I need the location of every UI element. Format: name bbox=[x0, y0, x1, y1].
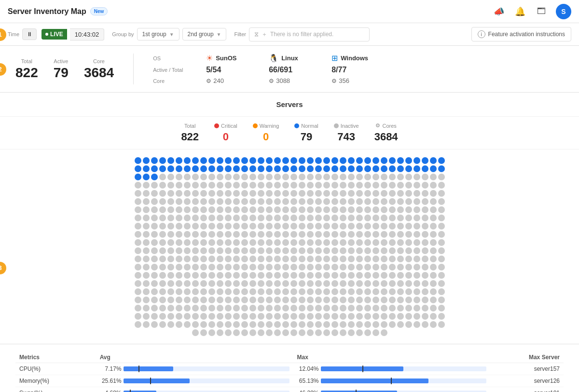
server-dot[interactable] bbox=[405, 297, 412, 303]
server-dot[interactable] bbox=[290, 280, 297, 287]
server-dot[interactable] bbox=[233, 288, 240, 295]
server-dot[interactable] bbox=[176, 264, 182, 270]
server-dot[interactable] bbox=[192, 165, 199, 172]
server-dot[interactable] bbox=[438, 256, 445, 262]
megaphone-icon[interactable]: 📣 bbox=[492, 5, 506, 18]
server-dot[interactable] bbox=[167, 190, 174, 197]
server-dot[interactable] bbox=[249, 223, 256, 230]
server-dot[interactable] bbox=[159, 288, 166, 295]
server-dot[interactable] bbox=[282, 313, 289, 320]
server-dot[interactable] bbox=[299, 256, 305, 262]
server-dot[interactable] bbox=[258, 305, 264, 311]
server-dot[interactable] bbox=[151, 297, 158, 303]
server-dot[interactable] bbox=[266, 247, 273, 254]
server-dot[interactable] bbox=[356, 321, 363, 328]
server-dot[interactable] bbox=[381, 321, 387, 328]
server-dot[interactable] bbox=[331, 313, 338, 320]
server-dot[interactable] bbox=[258, 280, 264, 287]
server-dot[interactable] bbox=[307, 305, 314, 311]
server-dot[interactable] bbox=[176, 182, 182, 189]
server-dot[interactable] bbox=[208, 256, 215, 262]
server-dot[interactable] bbox=[151, 190, 158, 197]
server-dot[interactable] bbox=[266, 264, 273, 270]
server-dot[interactable] bbox=[331, 198, 338, 205]
server-dot[interactable] bbox=[208, 272, 215, 279]
bell-icon[interactable]: 🔔 bbox=[513, 5, 527, 18]
server-dot[interactable] bbox=[184, 288, 191, 295]
server-dot[interactable] bbox=[282, 297, 289, 303]
server-dot[interactable] bbox=[397, 190, 404, 197]
server-dot[interactable] bbox=[414, 313, 420, 320]
server-dot[interactable] bbox=[208, 297, 215, 303]
server-dot[interactable] bbox=[151, 157, 158, 164]
server-dot[interactable] bbox=[167, 305, 174, 311]
server-dot[interactable] bbox=[249, 190, 256, 197]
server-dot[interactable] bbox=[372, 239, 379, 246]
pause-button[interactable]: ⏸ bbox=[22, 28, 37, 40]
server-dot[interactable] bbox=[176, 174, 182, 180]
server-dot[interactable] bbox=[348, 280, 355, 287]
server-dot[interactable] bbox=[414, 305, 420, 311]
server-dot[interactable] bbox=[135, 182, 141, 189]
server-dot[interactable] bbox=[167, 288, 174, 295]
server-dot[interactable] bbox=[331, 239, 338, 246]
server-dot[interactable] bbox=[151, 305, 158, 311]
server-dot[interactable] bbox=[241, 206, 248, 213]
server-dot[interactable] bbox=[217, 190, 223, 197]
server-dot[interactable] bbox=[184, 215, 191, 221]
server-dot[interactable] bbox=[192, 223, 199, 230]
server-dot[interactable] bbox=[348, 305, 355, 311]
server-dot[interactable] bbox=[143, 305, 150, 311]
server-dot[interactable] bbox=[200, 297, 207, 303]
server-dot[interactable] bbox=[430, 264, 437, 270]
server-dot[interactable] bbox=[249, 313, 256, 320]
server-dot[interactable] bbox=[315, 157, 322, 164]
server-dot[interactable] bbox=[143, 174, 150, 180]
server-dot[interactable] bbox=[184, 321, 191, 328]
server-dot[interactable] bbox=[405, 165, 412, 172]
server-dot[interactable] bbox=[364, 247, 371, 254]
server-dot[interactable] bbox=[233, 264, 240, 270]
server-dot[interactable] bbox=[200, 157, 207, 164]
server-dot[interactable] bbox=[135, 272, 141, 279]
server-dot[interactable] bbox=[200, 313, 207, 320]
server-dot[interactable] bbox=[176, 223, 182, 230]
server-dot[interactable] bbox=[430, 206, 437, 213]
server-dot[interactable] bbox=[135, 198, 141, 205]
server-dot[interactable] bbox=[315, 182, 322, 189]
server-dot[interactable] bbox=[389, 157, 396, 164]
server-dot[interactable] bbox=[217, 215, 223, 221]
server-dot[interactable] bbox=[356, 231, 363, 238]
server-dot[interactable] bbox=[184, 174, 191, 180]
server-dot[interactable] bbox=[217, 305, 223, 311]
server-dot[interactable] bbox=[307, 313, 314, 320]
server-dot[interactable] bbox=[340, 198, 346, 205]
server-dot[interactable] bbox=[290, 264, 297, 270]
server-dot[interactable] bbox=[430, 157, 437, 164]
server-dot[interactable] bbox=[315, 256, 322, 262]
server-dot[interactable] bbox=[192, 313, 199, 320]
server-dot[interactable] bbox=[340, 165, 346, 172]
server-dot[interactable] bbox=[151, 264, 158, 270]
server-dot[interactable] bbox=[438, 272, 445, 279]
server-dot[interactable] bbox=[414, 288, 420, 295]
server-dot[interactable] bbox=[233, 256, 240, 262]
server-dot[interactable] bbox=[356, 182, 363, 189]
server-dot[interactable] bbox=[200, 206, 207, 213]
server-dot[interactable] bbox=[372, 247, 379, 254]
server-dot[interactable] bbox=[159, 215, 166, 221]
server-dot[interactable] bbox=[159, 256, 166, 262]
server-dot[interactable] bbox=[274, 329, 281, 336]
server-dot[interactable] bbox=[233, 272, 240, 279]
server-dot[interactable] bbox=[151, 321, 158, 328]
server-dot[interactable] bbox=[266, 313, 273, 320]
server-dot[interactable] bbox=[397, 182, 404, 189]
server-dot[interactable] bbox=[135, 264, 141, 270]
server-dot[interactable] bbox=[167, 215, 174, 221]
server-dot[interactable] bbox=[372, 297, 379, 303]
server-dot[interactable] bbox=[135, 256, 141, 262]
server-dot[interactable] bbox=[299, 215, 305, 221]
server-dot[interactable] bbox=[438, 247, 445, 254]
server-dot[interactable] bbox=[438, 264, 445, 270]
server-dot[interactable] bbox=[184, 206, 191, 213]
